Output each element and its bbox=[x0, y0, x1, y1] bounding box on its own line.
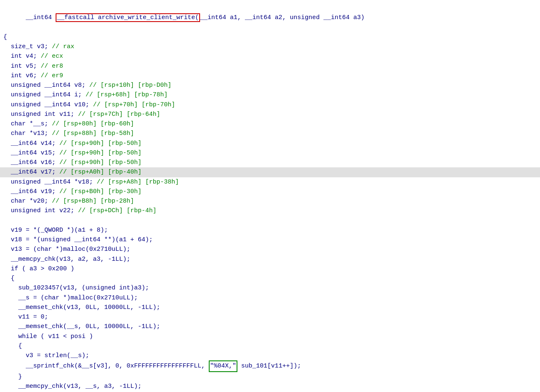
code-line-32: __memset_chk(__s, 0LL, 10000LL, -1LL); bbox=[0, 322, 540, 331]
code-view: __int64 __fastcall archive_write_client_… bbox=[0, 0, 540, 392]
code-line-26: if ( a3 > 0x200 ) bbox=[0, 264, 540, 274]
code-line-38: __memcpy_chk(v13, __s, a3, -1LL); bbox=[0, 382, 540, 391]
code-line-19: char *v20; // [rsp+B8h] [rbp-28h] bbox=[0, 196, 540, 206]
code-line-7: unsigned __int64 v8; // [rsp+10h] [rbp-D… bbox=[0, 81, 540, 90]
code-line-16-highlighted: __int64 v17; // [rsp+A0h] [rbp-40h] bbox=[0, 167, 540, 177]
code-line-29: __s = (char *)malloc(0x2710uLL); bbox=[0, 293, 540, 303]
code-line-15: __int64 v16; // [rsp+90h] [rbp-50h] bbox=[0, 158, 540, 167]
code-line-18: __int64 v19; // [rsp+B0h] [rbp-30h] bbox=[0, 187, 540, 196]
code-line-35: v3 = strlen(__s); bbox=[0, 351, 540, 360]
code-line-2: { bbox=[0, 32, 540, 42]
code-line-17: unsigned __int64 *v18; // [rsp+A8h] [rbp… bbox=[0, 177, 540, 187]
code-line-22: v19 = *(_QWORD *)(a1 + 8); bbox=[0, 225, 540, 235]
format-string-box: "%04X," bbox=[209, 360, 237, 372]
code-line-9: unsigned __int64 v10; // [rsp+70h] [rbp-… bbox=[0, 100, 540, 110]
code-line-10: unsigned int v11; // [rsp+7Ch] [rbp-64h] bbox=[0, 110, 540, 119]
code-line-28: sub_1023457(v13, (unsigned int)a3); bbox=[0, 283, 540, 293]
code-line-4: int v4; // ecx bbox=[0, 51, 540, 61]
code-line-8: unsigned __int64 i; // [rsp+68h] [rbp-78… bbox=[0, 90, 540, 100]
code-line-37: } bbox=[0, 372, 540, 382]
code-line-23: v18 = *(unsigned __int64 **)(a1 + 64); bbox=[0, 235, 540, 245]
code-line-1: __int64 __fastcall archive_write_client_… bbox=[0, 3, 540, 32]
code-line-31: v11 = 0; bbox=[0, 312, 540, 322]
code-line-33: while ( v11 < posi ) bbox=[0, 332, 540, 341]
code-line-36: __sprintf_chk(&__s[v3], 0, 0xFFFFFFFFFFF… bbox=[0, 360, 540, 372]
code-line-11: char *__s; // [rsp+80h] [rbp-60h] bbox=[0, 119, 540, 129]
code-line-12: char *v13; // [rsp+88h] [rbp-58h] bbox=[0, 129, 540, 138]
code-line-20: unsigned int v22; // [rsp+DCh] [rbp-4h] bbox=[0, 206, 540, 216]
code-line-13: __int64 v14; // [rsp+90h] [rbp-50h] bbox=[0, 139, 540, 148]
code-line-blank1 bbox=[0, 216, 540, 225]
code-line-3: size_t v3; // rax bbox=[0, 42, 540, 51]
code-line-24: v13 = (char *)malloc(0x2710uLL); bbox=[0, 245, 540, 254]
code-line-25: __memcpy_chk(v13, a2, a3, -1LL); bbox=[0, 255, 540, 264]
code-line-5: int v5; // er8 bbox=[0, 61, 540, 71]
code-line-6: int v6; // er9 bbox=[0, 71, 540, 81]
code-line-14: __int64 v15; // [rsp+90h] [rbp-50h] bbox=[0, 148, 540, 158]
code-line-30: __memset_chk(v13, 0LL, 10000LL, -1LL); bbox=[0, 303, 540, 312]
code-line-34: { bbox=[0, 341, 540, 351]
code-line-27: { bbox=[0, 274, 540, 283]
function-name-box: __fastcall archive_write_client_write( bbox=[56, 13, 200, 22]
